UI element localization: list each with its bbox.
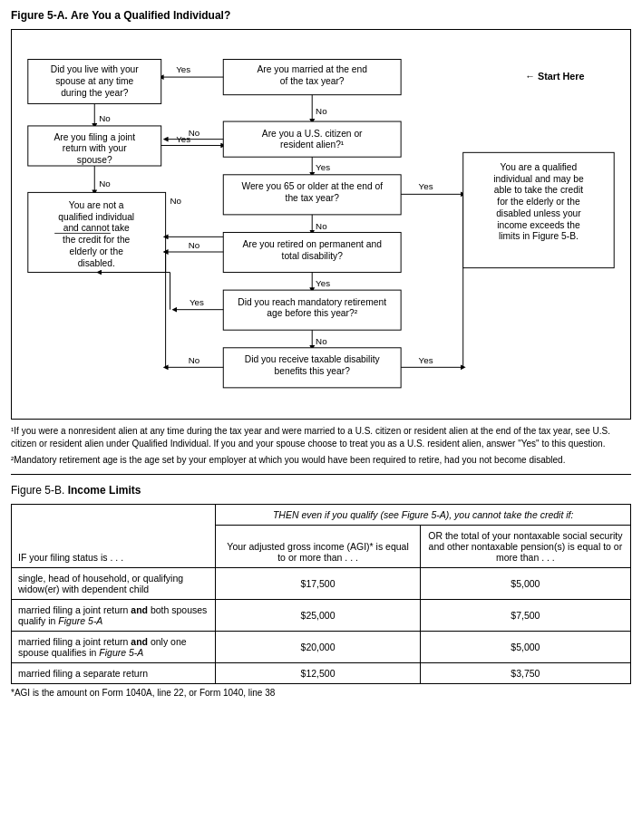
agi-cell: $20,000 — [216, 632, 420, 663]
col3-header: OR the total of your nontaxable social s… — [428, 530, 622, 563]
married-end-year-text: Are you married at the end — [257, 64, 367, 74]
not-qualified-text2: qualified individual — [58, 212, 134, 222]
figure-a-heading: Are You a Qualified Individual? — [71, 9, 230, 22]
joint-return-text2: return with your — [63, 143, 127, 153]
start-here-label: ← Start Here — [525, 71, 584, 82]
live-spouse-text2: spouse at any time — [55, 76, 133, 86]
footnote1: ¹If you were a nonresident alien at any … — [11, 425, 631, 450]
qualified-text1: You are a qualified — [501, 162, 578, 172]
flowchart-container: ← Start Here Are you married at the end … — [11, 29, 631, 420]
agi-footnote: *AGI is the amount on Form 1040A, line 2… — [11, 688, 631, 698]
no-label-joint: No — [99, 179, 111, 188]
status-cell: single, head of household, or qualifying… — [12, 568, 216, 600]
figure-b-title: Figure 5-B. Income Limits — [11, 484, 631, 497]
no-label-citizen2: No — [170, 196, 182, 206]
footnote2: ²Mandatory retirement age is the age set… — [11, 454, 631, 467]
no-label-live: No — [99, 113, 111, 123]
figure-a-title: Figure 5-A. Are You a Qualified Individu… — [11, 9, 631, 22]
col2-header: Your adjusted gross income (AGI)* is equ… — [227, 541, 408, 563]
nontaxable-cell: $3,750 — [420, 663, 630, 684]
table-row: single, head of household, or qualifying… — [12, 568, 631, 600]
disability-text1: Are you retired on permanent and — [242, 239, 382, 249]
not-qualified-text5: elderly or the — [70, 246, 124, 256]
agi-cell: $17,500 — [216, 568, 420, 600]
figure-b-label: Figure 5-B. — [11, 484, 64, 497]
footnotes: ¹If you were a nonresident alien at any … — [11, 425, 631, 475]
taxable-text2: benefits this year? — [275, 366, 351, 376]
yes-label-citizen: Yes — [316, 162, 330, 172]
age65-text2: the tax year? — [286, 193, 340, 203]
not-qualified-text1: You are not a — [69, 200, 124, 210]
no-label-mandatory: No — [316, 336, 327, 346]
live-spouse-text1: Did you live with your — [51, 64, 140, 74]
nontaxable-cell: $5,000 — [420, 568, 630, 600]
joint-return-text3: spouse? — [77, 155, 112, 165]
joint-return-text1: Are you filing a joint — [54, 132, 135, 142]
citizen-text2: resident alien?¹ — [280, 140, 345, 150]
disability-text2: total disability? — [282, 251, 344, 261]
status-cell: married filing a joint return and only o… — [12, 632, 216, 663]
no-label-taxable: No — [189, 355, 200, 365]
qualified-text4: for the elderly or the — [497, 197, 580, 207]
taxable-text1: Did you receive taxable disability — [245, 354, 381, 364]
not-qualified-text6: disabled. — [78, 258, 115, 268]
yes-label-disability: Yes — [316, 278, 330, 288]
no-label-disability: No — [189, 240, 200, 250]
qualified-text3: able to take the credit — [494, 185, 583, 195]
header-main-text: THEN even if you qualify (see Figure 5-A… — [273, 509, 574, 520]
qualified-text5: disabled unless your — [496, 208, 581, 218]
yes-label-65: Yes — [419, 181, 433, 191]
table-row: married filing a joint return and only o… — [12, 632, 631, 663]
mandatory-text1: Did you reach mandatory retirement — [238, 297, 386, 307]
married-end-year-text2: of the tax year? — [280, 76, 345, 86]
yes-label-taxable: Yes — [419, 355, 433, 365]
qualified-text2: individual and may be — [493, 174, 584, 184]
citizen-text1: Are you a U.S. citizen or — [262, 129, 363, 139]
age65-text1: Were you 65 or older at the end of — [241, 181, 383, 191]
income-limits-table: IF your filing status is . . . THEN even… — [11, 504, 631, 684]
no-label-married-down: No — [316, 106, 327, 116]
status-cell: married filing a joint return and both s… — [12, 600, 216, 632]
yes-label-married: Yes — [176, 64, 190, 74]
figure-b-heading: Income Limits — [68, 484, 141, 497]
table-row: married filing a joint return and both s… — [12, 600, 631, 632]
nontaxable-cell: $5,000 — [420, 632, 630, 663]
agi-cell: $12,500 — [216, 663, 420, 684]
mandatory-text2: age before this year?² — [267, 309, 357, 319]
status-cell: married filing a separate return — [12, 663, 216, 684]
flowchart-svg: ← Start Here Are you married at the end … — [19, 37, 623, 410]
no-label-65: No — [316, 221, 327, 231]
live-spouse-text3: during the year? — [61, 88, 128, 98]
agi-cell: $25,000 — [216, 600, 420, 632]
figure-a-label: Figure 5-A. — [11, 9, 68, 22]
col1-header: IF your filing status is . . . — [18, 552, 123, 563]
no-label-citizen: No — [189, 128, 200, 138]
yes-label-mandatory: Yes — [190, 297, 204, 307]
not-qualified-text3: and cannot take — [63, 223, 130, 233]
nontaxable-cell: $7,500 — [420, 600, 630, 632]
qualified-text6: income exceeds the — [497, 220, 580, 230]
qualified-text7: limits in Figure 5-B. — [499, 231, 579, 241]
table-row: married filing a separate return$12,500$… — [12, 663, 631, 684]
not-qualified-text4: the credit for the — [63, 235, 130, 245]
